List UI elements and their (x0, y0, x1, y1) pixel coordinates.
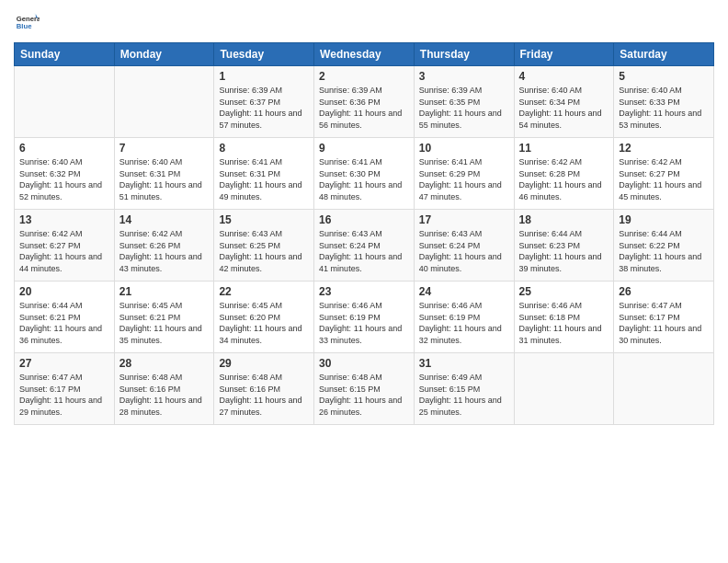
day-cell: 26Sunrise: 6:47 AM Sunset: 6:17 PM Dayli… (614, 282, 714, 353)
page-container: General Blue SundayMondayTuesdayWednesda… (0, 0, 728, 434)
day-number: 4 (519, 70, 609, 83)
day-cell: 25Sunrise: 6:46 AM Sunset: 6:18 PM Dayli… (514, 282, 614, 353)
day-number: 3 (419, 70, 509, 83)
col-header-thursday: Thursday (414, 43, 514, 66)
day-info: Sunrise: 6:48 AM Sunset: 6:16 PM Dayligh… (219, 372, 309, 418)
day-cell: 19Sunrise: 6:44 AM Sunset: 6:22 PM Dayli… (614, 210, 714, 282)
day-cell: 10Sunrise: 6:41 AM Sunset: 6:29 PM Dayli… (414, 138, 514, 210)
day-number: 9 (319, 142, 409, 155)
day-number: 20 (19, 285, 109, 298)
day-info: Sunrise: 6:42 AM Sunset: 6:27 PM Dayligh… (19, 228, 109, 274)
day-cell: 12Sunrise: 6:42 AM Sunset: 6:27 PM Dayli… (614, 138, 714, 210)
day-number: 15 (219, 213, 309, 226)
day-info: Sunrise: 6:46 AM Sunset: 6:18 PM Dayligh… (519, 300, 609, 346)
week-row-5: 27Sunrise: 6:47 AM Sunset: 6:17 PM Dayli… (15, 353, 714, 425)
day-number: 17 (419, 213, 509, 226)
day-number: 24 (419, 285, 509, 298)
svg-text:Blue: Blue (17, 22, 32, 30)
day-number: 8 (219, 142, 309, 155)
col-header-sunday: Sunday (15, 43, 115, 66)
day-cell: 13Sunrise: 6:42 AM Sunset: 6:27 PM Dayli… (15, 210, 115, 282)
day-cell: 18Sunrise: 6:44 AM Sunset: 6:23 PM Dayli… (514, 210, 614, 282)
calendar-table: SundayMondayTuesdayWednesdayThursdayFrid… (14, 42, 714, 425)
day-info: Sunrise: 6:42 AM Sunset: 6:26 PM Dayligh… (119, 228, 210, 274)
day-number: 21 (119, 285, 210, 298)
day-number: 16 (319, 213, 409, 226)
col-header-friday: Friday (514, 43, 614, 66)
day-cell: 17Sunrise: 6:43 AM Sunset: 6:24 PM Dayli… (414, 210, 514, 282)
day-number: 26 (619, 285, 709, 298)
day-info: Sunrise: 6:44 AM Sunset: 6:21 PM Dayligh… (19, 300, 109, 346)
day-cell: 22Sunrise: 6:45 AM Sunset: 6:20 PM Dayli… (214, 282, 314, 353)
day-info: Sunrise: 6:40 AM Sunset: 6:31 PM Dayligh… (119, 156, 210, 202)
day-cell: 4Sunrise: 6:40 AM Sunset: 6:34 PM Daylig… (514, 66, 614, 138)
day-info: Sunrise: 6:40 AM Sunset: 6:32 PM Dayligh… (19, 156, 109, 202)
week-row-3: 13Sunrise: 6:42 AM Sunset: 6:27 PM Dayli… (15, 210, 714, 282)
day-cell: 23Sunrise: 6:46 AM Sunset: 6:19 PM Dayli… (314, 282, 415, 353)
day-info: Sunrise: 6:41 AM Sunset: 6:30 PM Dayligh… (319, 156, 409, 202)
day-cell: 11Sunrise: 6:42 AM Sunset: 6:28 PM Dayli… (514, 138, 614, 210)
day-cell: 6Sunrise: 6:40 AM Sunset: 6:32 PM Daylig… (15, 138, 115, 210)
week-row-1: 1Sunrise: 6:39 AM Sunset: 6:37 PM Daylig… (15, 66, 714, 138)
day-info: Sunrise: 6:41 AM Sunset: 6:29 PM Dayligh… (419, 156, 509, 202)
week-row-4: 20Sunrise: 6:44 AM Sunset: 6:21 PM Dayli… (15, 282, 714, 353)
day-cell: 27Sunrise: 6:47 AM Sunset: 6:17 PM Dayli… (15, 353, 115, 425)
day-number: 5 (619, 70, 709, 83)
day-number: 11 (519, 142, 609, 155)
day-cell: 15Sunrise: 6:43 AM Sunset: 6:25 PM Dayli… (214, 210, 314, 282)
logo: General Blue (14, 9, 43, 35)
day-info: Sunrise: 6:41 AM Sunset: 6:31 PM Dayligh… (219, 156, 309, 202)
day-info: Sunrise: 6:39 AM Sunset: 6:37 PM Dayligh… (219, 85, 309, 131)
day-cell: 24Sunrise: 6:46 AM Sunset: 6:19 PM Dayli… (414, 282, 514, 353)
day-cell: 29Sunrise: 6:48 AM Sunset: 6:16 PM Dayli… (214, 353, 314, 425)
logo-icon: General Blue (14, 9, 40, 35)
day-number: 12 (619, 142, 709, 155)
day-number: 18 (519, 213, 609, 226)
day-number: 6 (19, 142, 109, 155)
day-number: 14 (119, 213, 210, 226)
day-number: 30 (319, 357, 409, 370)
day-cell (114, 66, 214, 138)
day-number: 19 (619, 213, 709, 226)
day-info: Sunrise: 6:44 AM Sunset: 6:23 PM Dayligh… (519, 228, 609, 274)
day-cell: 8Sunrise: 6:41 AM Sunset: 6:31 PM Daylig… (214, 138, 314, 210)
day-cell (614, 353, 714, 425)
day-number: 7 (119, 142, 210, 155)
day-info: Sunrise: 6:45 AM Sunset: 6:21 PM Dayligh… (119, 300, 210, 346)
day-cell: 30Sunrise: 6:48 AM Sunset: 6:15 PM Dayli… (314, 353, 415, 425)
day-info: Sunrise: 6:42 AM Sunset: 6:27 PM Dayligh… (619, 156, 709, 202)
day-number: 13 (19, 213, 109, 226)
day-number: 27 (19, 357, 109, 370)
day-cell: 3Sunrise: 6:39 AM Sunset: 6:35 PM Daylig… (414, 66, 514, 138)
day-cell: 2Sunrise: 6:39 AM Sunset: 6:36 PM Daylig… (314, 66, 415, 138)
col-header-saturday: Saturday (614, 43, 714, 66)
day-cell: 1Sunrise: 6:39 AM Sunset: 6:37 PM Daylig… (214, 66, 314, 138)
day-cell (15, 66, 115, 138)
day-info: Sunrise: 6:47 AM Sunset: 6:17 PM Dayligh… (619, 300, 709, 346)
col-header-monday: Monday (114, 43, 214, 66)
col-header-wednesday: Wednesday (314, 43, 415, 66)
day-cell: 16Sunrise: 6:43 AM Sunset: 6:24 PM Dayli… (314, 210, 415, 282)
day-info: Sunrise: 6:43 AM Sunset: 6:24 PM Dayligh… (319, 228, 409, 274)
day-info: Sunrise: 6:48 AM Sunset: 6:16 PM Dayligh… (119, 372, 210, 418)
day-info: Sunrise: 6:40 AM Sunset: 6:34 PM Dayligh… (519, 85, 609, 131)
col-header-tuesday: Tuesday (214, 43, 314, 66)
day-info: Sunrise: 6:39 AM Sunset: 6:35 PM Dayligh… (419, 85, 509, 131)
day-cell (514, 353, 614, 425)
day-number: 2 (319, 70, 409, 83)
day-cell: 5Sunrise: 6:40 AM Sunset: 6:33 PM Daylig… (614, 66, 714, 138)
day-info: Sunrise: 6:40 AM Sunset: 6:33 PM Dayligh… (619, 85, 709, 131)
day-info: Sunrise: 6:46 AM Sunset: 6:19 PM Dayligh… (419, 300, 509, 346)
week-row-2: 6Sunrise: 6:40 AM Sunset: 6:32 PM Daylig… (15, 138, 714, 210)
day-info: Sunrise: 6:44 AM Sunset: 6:22 PM Dayligh… (619, 228, 709, 274)
day-cell: 31Sunrise: 6:49 AM Sunset: 6:15 PM Dayli… (414, 353, 514, 425)
day-cell: 28Sunrise: 6:48 AM Sunset: 6:16 PM Dayli… (114, 353, 214, 425)
day-cell: 7Sunrise: 6:40 AM Sunset: 6:31 PM Daylig… (114, 138, 214, 210)
day-info: Sunrise: 6:47 AM Sunset: 6:17 PM Dayligh… (19, 372, 109, 418)
day-info: Sunrise: 6:49 AM Sunset: 6:15 PM Dayligh… (419, 372, 509, 418)
day-number: 22 (219, 285, 309, 298)
day-number: 29 (219, 357, 309, 370)
day-info: Sunrise: 6:45 AM Sunset: 6:20 PM Dayligh… (219, 300, 309, 346)
day-cell: 20Sunrise: 6:44 AM Sunset: 6:21 PM Dayli… (15, 282, 115, 353)
day-number: 10 (419, 142, 509, 155)
